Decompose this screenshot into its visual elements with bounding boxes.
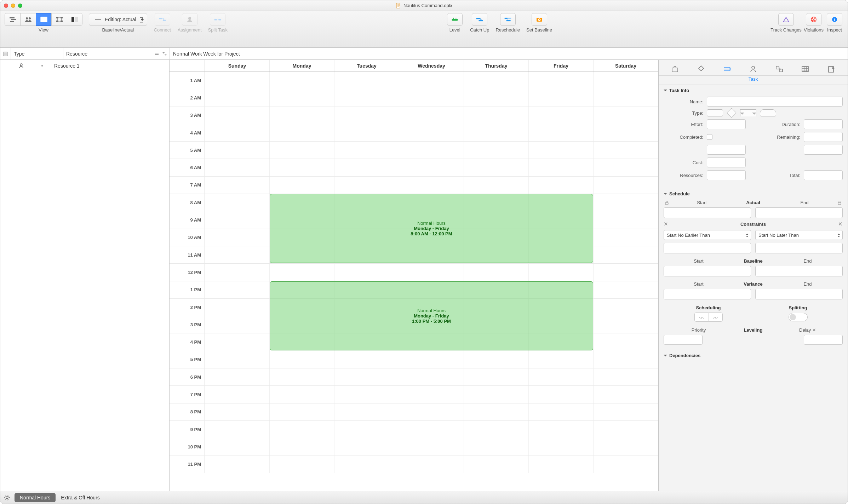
calendar-cell[interactable]: [270, 159, 334, 176]
calendar-cell[interactable]: [594, 211, 658, 228]
connect-button[interactable]: [155, 13, 170, 26]
remaining-field[interactable]: [804, 132, 843, 142]
calendar-cell[interactable]: [399, 438, 464, 455]
calendar-cell[interactable]: [205, 177, 270, 194]
calendar-cell[interactable]: [594, 194, 658, 211]
splitting-toggle[interactable]: [789, 313, 808, 321]
close-window-button[interactable]: [4, 4, 8, 8]
inspector-tab-project[interactable]: [668, 63, 682, 75]
violations-button[interactable]: [806, 13, 821, 26]
lock-start-icon[interactable]: [664, 200, 670, 205]
view-styles-button[interactable]: [67, 13, 82, 26]
baseline-start-field[interactable]: [664, 266, 751, 276]
type-task-button[interactable]: [707, 109, 723, 116]
work-block-pm[interactable]: Normal Hours Monday - Friday 1:00 PM - 5…: [270, 281, 593, 350]
calendar-cell[interactable]: [399, 177, 464, 194]
calendar-cell[interactable]: [594, 264, 658, 281]
calendar-cell[interactable]: [334, 438, 399, 455]
calendar-grid[interactable]: 1 AM2 AM3 AM4 AM5 AM6 AM7 AM8 AM9 AM10 A…: [170, 72, 658, 491]
constraint-start-select[interactable]: Start No Earlier Than: [664, 230, 751, 240]
inspector-tab-columns[interactable]: [798, 63, 812, 75]
actual-end-field[interactable]: [755, 207, 843, 218]
calendar-cell[interactable]: [464, 421, 529, 438]
duration-field[interactable]: [804, 119, 843, 129]
resource-header[interactable]: Resource: [63, 48, 170, 59]
calendar-cell[interactable]: [334, 368, 399, 385]
calendar-cell[interactable]: [205, 368, 270, 385]
delay-field[interactable]: [804, 335, 843, 345]
calendar-cell[interactable]: [529, 89, 594, 106]
outline-toggle-header[interactable]: [0, 48, 11, 59]
calendar-cell[interactable]: [529, 264, 594, 281]
calendar-cell[interactable]: [205, 299, 270, 316]
type-group-button[interactable]: [740, 109, 756, 116]
expand-icon[interactable]: [162, 51, 167, 56]
calendar-cell[interactable]: [205, 316, 270, 333]
calendar-cell[interactable]: [205, 333, 270, 350]
variance-end-field[interactable]: [755, 289, 843, 299]
calendar-cell[interactable]: [205, 229, 270, 246]
calendar-cell[interactable]: [529, 456, 594, 473]
calendar-cell[interactable]: [399, 89, 464, 106]
lock-end-icon[interactable]: [836, 200, 843, 205]
name-field[interactable]: [707, 97, 843, 107]
calendar-cell[interactable]: [594, 281, 658, 298]
calendar-cell[interactable]: [529, 159, 594, 176]
calendar-cell[interactable]: [594, 403, 658, 420]
calendar-cell[interactable]: [334, 159, 399, 176]
calendar-cell[interactable]: [205, 351, 270, 368]
calendar-cell[interactable]: [270, 72, 334, 89]
calendar-cell[interactable]: [399, 107, 464, 124]
view-network-button[interactable]: [51, 13, 67, 26]
total-field[interactable]: [804, 170, 843, 180]
calendar-cell[interactable]: [594, 351, 658, 368]
calendar-cell[interactable]: [399, 142, 464, 159]
calendar-cell[interactable]: [270, 403, 334, 420]
calendar-cell[interactable]: [464, 368, 529, 385]
calendar-cell[interactable]: [205, 421, 270, 438]
calendar-cell[interactable]: [464, 438, 529, 455]
calendar-cell[interactable]: [399, 72, 464, 89]
footer-tab-normal-hours[interactable]: Normal Hours: [15, 493, 56, 502]
type-hammock-button[interactable]: [760, 109, 776, 116]
calendar-cell[interactable]: [334, 142, 399, 159]
calendar-cell[interactable]: [334, 456, 399, 473]
type-milestone-button[interactable]: [727, 108, 737, 118]
calendar-cell[interactable]: [464, 142, 529, 159]
calendar-cell[interactable]: [205, 438, 270, 455]
calendar-cell[interactable]: [464, 107, 529, 124]
calendar-cell[interactable]: [464, 351, 529, 368]
calendar-cell[interactable]: [399, 264, 464, 281]
reschedule-button[interactable]: [500, 13, 516, 26]
calendar-cell[interactable]: [270, 89, 334, 106]
calendar-cell[interactable]: [594, 386, 658, 403]
calendar-cell[interactable]: [594, 159, 658, 176]
calendar-cell[interactable]: [270, 421, 334, 438]
calendar-cell[interactable]: [399, 421, 464, 438]
calendar-cell[interactable]: [205, 194, 270, 211]
calendar-cell[interactable]: [205, 72, 270, 89]
level-button[interactable]: [447, 13, 463, 26]
set-baseline-button[interactable]: [532, 13, 547, 26]
calendar-cell[interactable]: [399, 403, 464, 420]
inspector-tab-export[interactable]: [824, 63, 838, 75]
calendar-cell[interactable]: [205, 246, 270, 263]
calendar-cell[interactable]: [464, 403, 529, 420]
calendar-cell[interactable]: [529, 72, 594, 89]
inspector-tab-styles[interactable]: [772, 63, 786, 75]
calendar-cell[interactable]: [464, 124, 529, 141]
calendar-cell[interactable]: [334, 264, 399, 281]
editing-popup[interactable]: Editing: Actual: [89, 13, 147, 26]
completed-value-field[interactable]: [707, 145, 746, 155]
clear-delay-icon[interactable]: ✕: [812, 327, 816, 333]
calendar-cell[interactable]: [205, 211, 270, 228]
calendar-cell[interactable]: [529, 351, 594, 368]
calendar-cell[interactable]: [270, 124, 334, 141]
schedule-header[interactable]: Schedule: [664, 191, 843, 196]
minimize-window-button[interactable]: [11, 4, 15, 8]
calendar-cell[interactable]: [594, 333, 658, 350]
calendar-cell[interactable]: [594, 72, 658, 89]
calendar-cell[interactable]: [529, 403, 594, 420]
calendar-cell[interactable]: [270, 351, 334, 368]
cost-field[interactable]: [707, 158, 746, 167]
